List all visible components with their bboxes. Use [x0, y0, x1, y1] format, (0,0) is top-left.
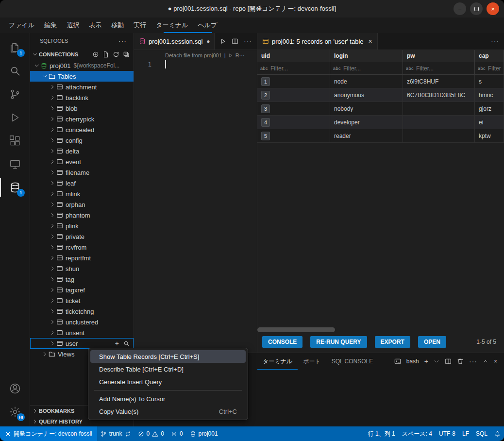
cell[interactable]: anonymous	[330, 88, 403, 102]
menu-go[interactable]: 移動	[106, 19, 129, 31]
tree-item-tag[interactable]: tag	[30, 274, 134, 285]
panel-tab-terminal[interactable]: ターミナル	[257, 353, 298, 370]
run-query-icon[interactable]	[219, 38, 226, 45]
tree-item-backlink[interactable]: backlink	[30, 92, 134, 103]
kill-terminal-icon[interactable]	[457, 358, 464, 365]
cell[interactable]: s	[475, 75, 504, 88]
table-row[interactable]: 5readerkptw	[257, 129, 504, 143]
activity-search[interactable]	[0, 59, 30, 83]
open-button[interactable]: OPEN	[418, 336, 446, 348]
re-run-query-button[interactable]: RE-RUN QUERY	[310, 336, 367, 348]
cell[interactable]	[403, 129, 475, 143]
collapse-all-icon[interactable]	[123, 51, 130, 58]
magnifier-icon[interactable]	[123, 340, 130, 347]
more-actions-icon[interactable]: ···	[244, 37, 252, 45]
terminal-dropdown-icon[interactable]	[434, 358, 439, 364]
cell[interactable]: hmnc	[475, 88, 504, 102]
tree-item-shun[interactable]: shun	[30, 263, 134, 274]
close-tab-icon[interactable]: ×	[369, 37, 372, 45]
tree-item-plink[interactable]: plink	[30, 220, 134, 231]
cell[interactable]	[403, 116, 475, 129]
branch-indicator[interactable]: trunk	[97, 426, 134, 441]
tab-results[interactable]: proj001: 5 records on 'user' table ×	[257, 33, 378, 50]
panel-tab-ports[interactable]: ポート	[298, 353, 326, 370]
cell[interactable]: 6C7B0C8D1D3B5F8C	[403, 88, 475, 102]
export-button[interactable]: EXPORT	[375, 336, 410, 348]
menu-terminal[interactable]: ターミナル	[151, 19, 193, 31]
menu-selection[interactable]: 選択	[62, 19, 84, 31]
context-menu-item-generate-insert-query[interactable]: Generate Insert Query	[90, 375, 246, 388]
tree-item-tables[interactable]: Tables	[30, 71, 134, 82]
tab-session-sql[interactable]: proj001.session.sql ●	[134, 33, 215, 50]
tree-item-config[interactable]: config	[30, 135, 134, 146]
codelens-detach-link[interactable]: Detach file from proj001	[165, 52, 222, 58]
tree-item-mlink[interactable]: mlink	[30, 188, 134, 199]
context-menu-item-describe-table[interactable]: Describe Table [Ctrl+E Ctrl+D]	[90, 363, 246, 375]
menu-file[interactable]: ファイル	[4, 19, 39, 31]
tree-item-unsent[interactable]: unsent	[30, 327, 134, 338]
tree-item-rcvfrom[interactable]: rcvfrom	[30, 242, 134, 253]
close-panel-icon[interactable]: ×	[494, 358, 497, 365]
table-row[interactable]: 1nodez6i9tC8HUFs	[257, 75, 504, 88]
activity-extensions[interactable]	[0, 129, 30, 153]
tree-item-tagxref[interactable]: tagxref	[30, 285, 134, 295]
filter-input-login[interactable]	[343, 65, 400, 72]
tree-item-delta[interactable]: delta	[30, 146, 134, 156]
activity-sqltools[interactable]: 1	[0, 176, 30, 199]
tree-item-ticket[interactable]: ticket	[30, 295, 134, 306]
cell[interactable]: z6i9tC8HUF	[403, 75, 475, 88]
menu-run[interactable]: 実行	[129, 19, 151, 31]
activity-run-debug[interactable]	[0, 106, 30, 129]
scrollbar-thumb[interactable]	[257, 327, 335, 332]
panel-tab-sql-console[interactable]: SQL CONSOLE	[326, 353, 379, 370]
codelens-run-link[interactable]: R···	[235, 52, 245, 58]
filter-input-uid[interactable]	[270, 65, 327, 72]
maximize-panel-icon[interactable]	[483, 358, 488, 364]
cell[interactable]: ei	[475, 116, 504, 129]
tree-item-reportfmt[interactable]: reportfmt	[30, 253, 134, 263]
add-to-cursor-icon[interactable]: +	[115, 340, 119, 347]
tree-item-phantom[interactable]: phantom	[30, 210, 134, 220]
close-button[interactable]: ×	[487, 2, 499, 15]
activity-accounts[interactable]	[0, 377, 30, 400]
menu-help[interactable]: ヘルプ	[193, 19, 222, 31]
ports-indicator[interactable]: 0	[168, 426, 186, 441]
context-menu-item-copy-values[interactable]: Copy Value(s) Ctrl+C	[90, 405, 246, 418]
notifications-bell[interactable]	[491, 431, 504, 437]
tree-item-event[interactable]: event	[30, 156, 134, 167]
add-connection-icon[interactable]	[92, 51, 99, 58]
cell[interactable]: kptw	[475, 129, 504, 143]
cell[interactable]: gjorz	[475, 102, 504, 116]
tree-item-private[interactable]: private	[30, 231, 134, 242]
cell[interactable]: node	[330, 75, 403, 88]
panel-more-actions-icon[interactable]: ···	[469, 357, 477, 365]
cell[interactable]: nobody	[330, 102, 403, 116]
tree-item-concealed[interactable]: concealed	[30, 124, 134, 135]
new-sql-file-icon[interactable]	[102, 51, 109, 58]
menu-edit[interactable]: 編集	[39, 19, 62, 31]
tree-item-connection-proj001[interactable]: proj001 ${workspaceFol...	[30, 60, 134, 71]
context-menu-item-show-table-records[interactable]: Show Table Records [Ctrl+E Ctrl+S]	[90, 350, 246, 363]
new-terminal-icon[interactable]: +	[424, 358, 428, 365]
column-header-login[interactable]: login	[330, 50, 403, 62]
sidebar-more-actions-icon[interactable]: ···	[118, 37, 127, 45]
more-actions-icon[interactable]: ···	[491, 37, 499, 45]
tree-item-unclustered[interactable]: unclustered	[30, 317, 134, 327]
tree-item-cherrypick[interactable]: cherrypick	[30, 114, 134, 124]
split-editor-icon[interactable]	[232, 38, 238, 45]
filter-input-cap[interactable]	[488, 65, 501, 72]
indentation[interactable]: スペース: 4	[399, 430, 436, 438]
cell[interactable]: developer	[330, 116, 403, 129]
context-menu-item-add-names-to-cursor[interactable]: Add Name(s) To Cursor	[90, 392, 246, 405]
tree-item-leaf[interactable]: leaf	[30, 178, 134, 188]
shell-label[interactable]: bash	[406, 358, 419, 365]
tree-item-orphan[interactable]: orphan	[30, 199, 134, 210]
menu-view[interactable]: 表示	[84, 19, 106, 31]
tree-item-attachment[interactable]: attachment	[30, 82, 134, 92]
column-header-uid[interactable]: uid	[257, 50, 330, 62]
column-header-cap[interactable]: cap	[475, 50, 504, 62]
remote-indicator[interactable]: 開発コンテナー: devcon-fossil	[0, 426, 97, 441]
cursor-position[interactable]: 行 1、列 1	[365, 430, 399, 438]
activity-remote-explorer[interactable]	[0, 153, 30, 176]
cell[interactable]: reader	[330, 129, 403, 143]
